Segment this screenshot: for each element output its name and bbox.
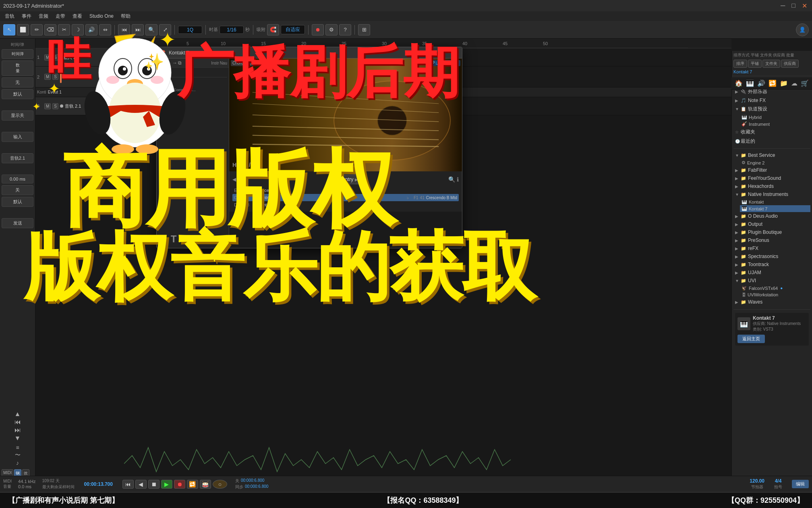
kontakt-back-icon[interactable]: ← (167, 60, 172, 66)
sidebar-child-kontakt[interactable]: 🎹 Kontakt (740, 198, 810, 205)
track-m-1[interactable]: M (44, 54, 51, 60)
sidebar-child-hybrid[interactable]: 🎹 Hybrid (740, 114, 810, 121)
track-settings-1[interactable]: O (104, 55, 108, 60)
nav-instruments-icon[interactable]: 🎹 (744, 79, 756, 88)
user-account-button[interactable]: 👤 (796, 23, 809, 36)
transport-loop-button[interactable]: 🔁 (187, 480, 198, 489)
kontakt-chord-label[interactable]: Chord - K(No S) (231, 60, 263, 66)
listen-tool-button[interactable]: 🔊 (85, 24, 97, 35)
grid-button[interactable]: ⊞ (358, 24, 370, 35)
range-tool-button[interactable]: ⬜ (17, 24, 29, 35)
select-tool-button[interactable]: ↖ (3, 24, 15, 35)
sidebar-cat-favorites[interactable]: ☆ 收藏夹 (733, 127, 810, 137)
transport-play-button[interactable]: ▶ (161, 480, 172, 489)
mute-tool-button[interactable]: ☽ (72, 24, 84, 35)
sidebar-cat-track-preset[interactable]: ▼ 📋 轨道预设 (733, 104, 810, 114)
vendor-button[interactable]: 供应商 (781, 60, 799, 68)
menu-audio-track[interactable]: 音轨 (2, 12, 18, 21)
menu-audio[interactable]: 音频 (35, 12, 52, 21)
kontakt-link-to-song[interactable]: 🔗 Link to Song (427, 60, 460, 66)
menu-help[interactable]: 帮助 (118, 12, 134, 21)
country-dropdown[interactable]: Country ▶ (331, 175, 363, 184)
loop-down-icon[interactable]: ▼ (14, 435, 21, 442)
audio-icon[interactable]: 〜 (15, 452, 21, 459)
sidebar-vendor-hexachords[interactable]: ▶ 📁 Hexachords (733, 182, 810, 190)
move-tool-button[interactable]: ⇔ (99, 24, 111, 35)
kontakt-close-button[interactable]: ✕ (454, 50, 459, 56)
nav-cloud-icon[interactable]: ☁ (789, 79, 799, 88)
draw-tool-button[interactable]: ✏ (31, 24, 43, 35)
sidebar-vendor-feelyoursound[interactable]: ▶ 📁 FeelYourSound (733, 174, 810, 182)
sidebar-vendor-toontrack[interactable]: ▶ 📁 Toontrack (733, 260, 810, 269)
track-s-2[interactable]: S (52, 74, 58, 80)
track-input-select-1[interactable]: ▼ (109, 54, 122, 60)
sidebar-child-falconvst[interactable]: 🦅 FalconVSTx64 ● (740, 285, 810, 291)
sidebar-child-uviworkstation[interactable]: 🎛 UVIWorkstation (740, 291, 810, 298)
track-s-3[interactable]: S (52, 103, 58, 109)
sidebar-child-instrument[interactable]: 🎸 Instrument (740, 121, 810, 127)
sidebar-vendor-uvi[interactable]: ▼ 📁 UVI (733, 277, 810, 285)
loop-begin-icon[interactable]: ⏮ (14, 418, 21, 426)
nav-effects-icon[interactable]: 🔊 (756, 79, 767, 88)
sidebar-vendor-fabfilter[interactable]: ▶ 📁 FabFilter (733, 166, 810, 174)
sidebar-vendor-spectrasonics[interactable]: ▶ 📁 Spectrasonics (733, 252, 810, 260)
preset-row-crescendo[interactable]: E1 40 Crescendo A (232, 187, 459, 194)
loop-up-icon[interactable]: ▲ (14, 410, 21, 418)
kontakt-copy-icon[interactable]: ⧉ (178, 60, 182, 66)
kontakt-copy-row[interactable]: 复制 (158, 79, 227, 86)
track-list-icon[interactable]: ≡ (16, 444, 19, 451)
preset-row-country-c[interactable]: D1 3 Country C (232, 201, 459, 208)
record-button[interactable]: ⏺ (312, 24, 324, 35)
time-mode-button[interactable]: 时间弹 (2, 49, 33, 59)
kontakt-forward-icon[interactable]: → (172, 60, 177, 66)
loop-end-icon[interactable]: ⏭ (14, 427, 21, 434)
track-rec-2[interactable]: ● (114, 75, 118, 79)
track-input-select-3[interactable]: L+R (108, 103, 122, 109)
adapt-display[interactable]: 自适应 (281, 25, 305, 34)
sidebar-cat-recent[interactable]: 🕐 最近的 (733, 137, 810, 146)
menu-event[interactable]: 事件 (19, 12, 35, 21)
track-s-1[interactable]: S (52, 54, 58, 60)
rewind-button[interactable]: ⏮ (118, 24, 130, 35)
settings-button[interactable]: ⚙ (325, 24, 338, 35)
menu-transport[interactable]: 走带 (52, 12, 68, 21)
transport-click-button[interactable]: 🥁 (200, 480, 211, 489)
loop-button[interactable]: 数量 (2, 60, 33, 76)
sidebar-child-kontakt7[interactable]: 🎹 Kontakt 7 (740, 205, 810, 212)
maximize-button[interactable]: □ (790, 2, 797, 10)
fast-forward-button[interactable]: ⏭ (132, 24, 144, 35)
snap-button[interactable]: 🧲 (267, 24, 279, 35)
sidebar-vendor-waves[interactable]: ▶ 📁 Waves (733, 298, 810, 306)
transport-stop-button[interactable]: ⏹ (148, 480, 160, 489)
kontakt-minimize-icon[interactable]: ─ (448, 50, 452, 56)
preset-row-country-b[interactable]: C#1 2 Country B ♭ F1 41 Crescendo B Mtd (232, 194, 459, 201)
nav-pool-icon[interactable]: 🗂 (810, 79, 812, 88)
track-m-2[interactable]: M (44, 74, 51, 80)
tempo-value[interactable]: 120.00 (750, 478, 764, 484)
sidebar-vendor-ujam[interactable]: ▶ 📁 UJAM (733, 269, 810, 277)
no-button[interactable]: 无 (2, 77, 33, 87)
close-button[interactable]: ✕ (800, 2, 809, 10)
zoom-out-button[interactable]: ⤢ (159, 24, 171, 35)
time-display[interactable]: 1/16 (220, 26, 244, 34)
kontakt-edit-icon[interactable]: ✏ (162, 60, 166, 66)
tile-button[interactable]: 平铺 (748, 60, 762, 68)
nav-home-icon[interactable]: 🏠 (733, 79, 744, 88)
sidebar-vendor-refx[interactable]: ▶ 📁 reFX (733, 244, 810, 252)
sidebar-cat-note-fx[interactable]: ▶ 🎵 Note FX (733, 96, 810, 104)
transport-punch-button[interactable]: ○ (213, 480, 227, 489)
sidebar-vendor-native-instruments[interactable]: ▼ 📁 Native Instruments (733, 190, 810, 198)
track-m-3[interactable]: M (44, 103, 51, 109)
folder-button[interactable]: 文件夹 (762, 60, 780, 68)
transport-record-button[interactable]: ⏺ (174, 480, 185, 489)
preset-info-icon[interactable]: ℹ (457, 176, 459, 183)
help-button[interactable]: ? (339, 24, 351, 35)
sidebar-vendor-plugin-boutique[interactable]: ▶ 📁 Plugin Boutique (733, 228, 810, 236)
kontakt7-home-button[interactable]: 返回主页 (737, 335, 765, 343)
transport-rewind-button[interactable]: ⏮ (122, 480, 134, 489)
show-button[interactable]: 显示关 (2, 110, 33, 121)
nav-loop-icon[interactable]: 🔁 (767, 79, 778, 88)
sidebar-vendor-odeus[interactable]: ▶ 📁 O Deus Audio (733, 212, 810, 220)
kontakt-add-icon[interactable]: + (158, 60, 161, 66)
sidebar-vendor-best-service[interactable]: ▼ 📁 Best Service (733, 151, 810, 159)
